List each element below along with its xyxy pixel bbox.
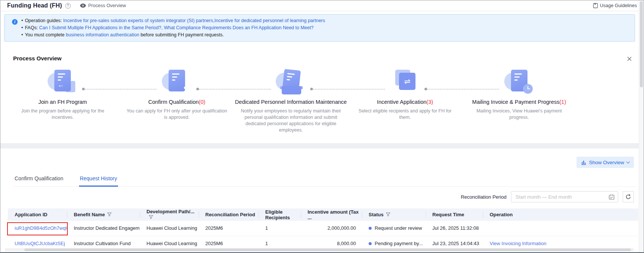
cell-request-time: Jul 26, 2025 11:32:08	[426, 221, 483, 236]
request-history-card: Show Overview Confirm Qualification Requ…	[0, 148, 644, 251]
transfer-icon: ⇌	[388, 70, 422, 94]
show-overview-label: Show Overview	[589, 160, 624, 165]
process-overview-toggle-label: Process Overview	[88, 3, 126, 8]
process-overview-toggle[interactable]: Process Overview	[80, 3, 126, 8]
funnel-icon[interactable]	[107, 212, 112, 218]
col-operation: Operation	[483, 208, 638, 221]
col-request-time: Request Time	[426, 208, 483, 221]
info-circle-icon: i	[12, 19, 18, 25]
col-application-id: Application ID	[8, 208, 67, 221]
col-benefit-name: Benefit Name	[67, 208, 140, 221]
status-text: Pending payment by...	[375, 241, 423, 246]
vertical-scrollbar-thumb[interactable]	[640, 1, 643, 87]
tab-bar: Confirm Qualification Request History	[14, 172, 636, 187]
cell-application-id: iuR1ghD9B4d5zOh7wqH	[8, 221, 67, 236]
cell-status: Request under review	[362, 221, 426, 236]
cell-incentive-amount: 2,000,000.00	[301, 221, 362, 236]
doc-tray-icon	[273, 70, 308, 94]
process-steps: ← Join an FH Program Join the program be…	[0, 70, 644, 133]
funnel-icon[interactable]	[386, 212, 390, 218]
col-development-path: Development Path/...	[140, 208, 199, 221]
cell-development-path: Huawei Cloud Learning ...	[140, 221, 199, 236]
funnel-icon[interactable]	[149, 215, 153, 220]
step-title: Confirm Qualification(0)	[120, 99, 234, 105]
status-text: Request under review	[375, 225, 422, 231]
bullet: •	[21, 32, 23, 37]
banner-line-authentication: •You must complete business information …	[21, 32, 325, 38]
operation-guide-link-1[interactable]: Incentive for pre-sales solution experts…	[63, 18, 213, 23]
step-incentive-application: ⇌ Incentive Application(3) Select eligib…	[348, 70, 462, 133]
step-join-fh-program: ← Join an FH Program Join the program be…	[6, 70, 120, 133]
question-circle-icon[interactable]: ?	[65, 3, 71, 9]
usage-guidelines-label: Usage Guidelines	[600, 3, 637, 8]
table-row: iuR1ghD9B4d5zOh7wqH Instructor Dedicated…	[8, 221, 638, 236]
faq-link-2[interactable]: What Compliance Requirements Does an FH …	[164, 25, 314, 30]
step-title: Dedicated Personnel Information Maintena…	[234, 99, 348, 105]
auth-suffix: before submitting FH payment requests.	[139, 32, 224, 37]
bullet: •	[21, 18, 23, 23]
tab-confirm-qualification[interactable]: Confirm Qualification	[14, 172, 64, 186]
application-id-link[interactable]: iuR1ghD9B4d5zOh7wqH	[15, 225, 67, 231]
business-authentication-link[interactable]: business information authentication	[66, 32, 139, 37]
page-title: Funding Head (FH)	[7, 2, 62, 9]
faq-link-1[interactable]: Can I Submit Multiple FH Applications in…	[39, 25, 161, 30]
info-banner: i •Operation guides: Incentive for pre-s…	[4, 14, 635, 42]
col-eligible-recipients: Eligible Recipients	[258, 208, 301, 221]
bullet: •	[21, 25, 23, 30]
section-divider	[0, 143, 644, 148]
step-count: (0)	[199, 99, 205, 105]
step-dedicated-personnel: Dedicated Personnel Information Maintena…	[234, 70, 348, 133]
horizontal-scrollbar	[5, 248, 634, 252]
reconciliation-period-input-wrap	[511, 191, 618, 202]
toolbar: Show Overview	[0, 157, 644, 168]
col-incentive-amount: Incentive amount (Tax ...	[301, 208, 362, 221]
usage-guidelines-link[interactable]: Usage Guidelines	[593, 3, 637, 8]
step-description: Join the program before applying for the…	[12, 108, 113, 121]
table-header-row: Application ID Benefit Name Development …	[8, 208, 638, 221]
banner-line-faqs: •FAQs: Can I Submit Multiple FH Applicat…	[21, 25, 325, 31]
step-count: (1)	[559, 99, 566, 105]
step-count: (3)	[426, 99, 433, 105]
app-window: Funding Head (FH) ? Process Overview Usa…	[0, 0, 644, 253]
step-description: Notify your employees to regularly maint…	[240, 108, 341, 133]
banner-line-operation-guides: •Operation guides: Incentive for pre-sal…	[21, 18, 325, 24]
application-id-link[interactable]: UItBUuQtCJUcbaKtSEj	[15, 241, 65, 246]
page-header: Funding Head (FH) ? Process Overview Usa…	[0, 0, 644, 11]
doc-arrow-icon: ←	[45, 70, 80, 94]
bar-chart-icon	[581, 160, 586, 165]
calendar-icon[interactable]	[609, 194, 614, 201]
faqs-prefix: FAQs:	[25, 25, 39, 30]
doc-clock-icon	[502, 70, 536, 94]
step-mailing-invoice: Mailing Invoice & Payment Progress(1) Ma…	[462, 70, 576, 133]
filter-row: Reconciliation Period	[0, 191, 634, 202]
reconciliation-period-input[interactable]	[511, 192, 618, 202]
step-description: Select eligible recipients and apply for…	[354, 108, 456, 121]
vertical-scrollbar	[639, 0, 644, 252]
eye-icon	[80, 3, 86, 8]
view-invoicing-information-link[interactable]: View Invoicing Information	[490, 241, 547, 246]
process-overview-card: Process Overview ← Join an FH Program Jo…	[0, 48, 644, 143]
col-reconciliation-period: Reconciliation Period	[199, 208, 258, 221]
close-icon[interactable]	[626, 56, 632, 62]
document-icon	[593, 3, 598, 8]
show-overview-button[interactable]: Show Overview	[577, 157, 634, 168]
step-title: Mailing Invoice & Payment Progress(1)	[462, 99, 576, 105]
step-description: You can apply for FH only after your qua…	[126, 108, 227, 121]
step-title: Join an FH Program	[6, 99, 120, 105]
cell-benefit-name: Instructor Dedicated Engagem...	[67, 221, 140, 236]
chevron-down-icon	[626, 160, 630, 164]
operation-guide-link-2[interactable]: Incentive for dedicated personnel of lea…	[214, 18, 325, 23]
step-description: Mailing Invoices, View Huawei's payment …	[469, 108, 570, 121]
col-status: Status	[362, 208, 426, 221]
refresh-button[interactable]	[623, 191, 634, 202]
blue-dot-icon	[369, 227, 372, 230]
cell-reconciliation-period: 2025M6	[199, 221, 258, 236]
tab-request-history[interactable]: Request History	[79, 172, 118, 187]
cell-eligible-recipients: 1	[258, 221, 301, 236]
info-banner-lines: •Operation guides: Incentive for pre-sal…	[21, 18, 325, 38]
cell-operation	[483, 221, 638, 236]
process-overview-title: Process Overview	[13, 55, 644, 61]
request-history-table: Application ID Benefit Name Development …	[8, 208, 638, 251]
reconciliation-period-label: Reconciliation Period	[461, 194, 507, 200]
horizontal-scrollbar-thumb[interactable]	[24, 249, 631, 251]
